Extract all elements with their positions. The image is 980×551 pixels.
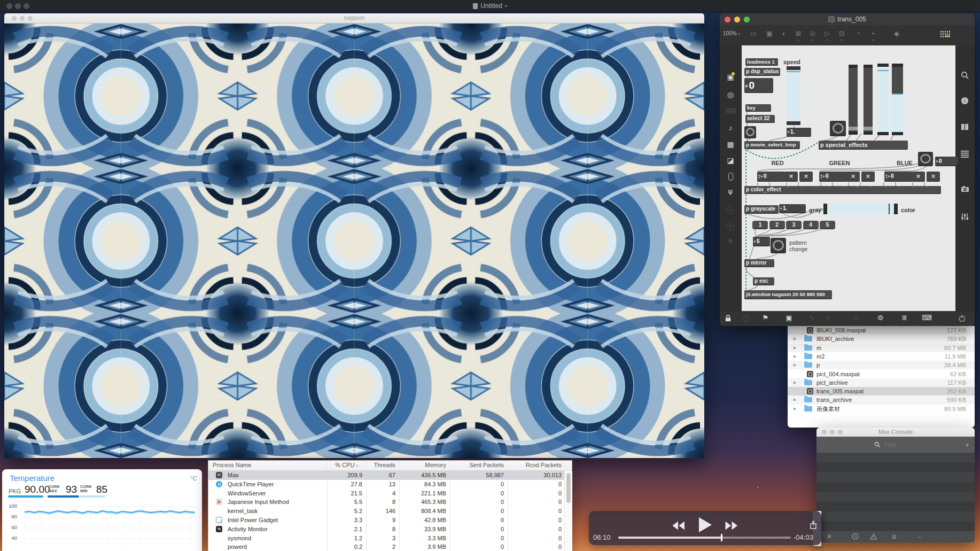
filters-icon[interactable] <box>961 213 969 223</box>
play-button[interactable] <box>699 517 712 534</box>
table-row[interactable]: Intel Power Gadget3.3942.8 MB00 <box>208 516 564 525</box>
table-row[interactable]: WindowServer21.54221.1 MB00 <box>208 489 564 498</box>
audio-icon[interactable]: ♪ <box>725 124 736 131</box>
table-row[interactable]: ∿Activity Monitor2.1833.9 MB00 <box>208 525 564 534</box>
info-icon[interactable]: i <box>961 97 969 107</box>
attachment-icon[interactable] <box>725 173 736 182</box>
warning-icon[interactable] <box>869 531 878 542</box>
column-header[interactable]: Process Name <box>213 461 251 470</box>
list-item[interactable]: ▶IBUKI_archive769 KB <box>788 335 975 343</box>
untitled-window-titlebar[interactable]: Untitled ▾ <box>0 0 980 12</box>
disclosure-triangle-icon[interactable]: ▶ <box>794 352 796 361</box>
toggle-icon[interactable]: ⊠ <box>793 30 804 37</box>
filter-input[interactable] <box>883 441 917 448</box>
dial-icon[interactable]: ◔ <box>853 30 864 37</box>
keyboard-icon[interactable]: ⌨ <box>921 314 932 322</box>
presentation-icon[interactable]: ⚑ <box>760 314 771 322</box>
button-icon[interactable]: ⊙ <box>807 30 818 37</box>
zoom-level-dropdown[interactable]: 100% ▾ <box>723 30 740 36</box>
inspector-icon[interactable] <box>961 123 969 133</box>
comment-icon[interactable]: ◗ <box>779 30 789 37</box>
select-icon[interactable]: ▢ <box>741 314 751 322</box>
tools-icon[interactable]: ⚙ <box>875 314 885 322</box>
wallpaper-star <box>575 496 575 496</box>
fast-forward-button[interactable] <box>725 521 738 532</box>
disclosure-triangle-icon[interactable]: ▶ <box>794 378 796 387</box>
playhead-handle[interactable] <box>721 534 722 541</box>
table-row[interactable]: powerd0.223.9 MB00 <box>208 542 564 551</box>
v-circle-icon[interactable]: v <box>725 205 736 214</box>
patcher-toolbar: 100% ▾ ▭▣◗⊠▾⊙▾▷▾⊟▾◔+▾◆ <box>720 25 975 45</box>
column-header[interactable]: Threads <box>353 461 395 470</box>
link-icon[interactable]: ∞ <box>851 314 861 322</box>
process-name: sysmond <box>228 534 251 543</box>
patcher-canvas[interactable] <box>742 45 955 311</box>
scrollbar-track[interactable] <box>564 471 572 551</box>
table-row[interactable]: kernel_task5.2146808.4 MB00 <box>208 507 564 516</box>
list-item[interactable]: ▶trans_archive590 KB <box>788 395 975 404</box>
list-item[interactable]: pict_004.maxpat62 KB <box>788 370 975 378</box>
playbar-icon[interactable]: ▷ <box>822 30 833 37</box>
image-icon[interactable]: ◪ <box>725 157 736 164</box>
column-header[interactable]: Sent Packets <box>450 461 504 470</box>
list-item[interactable]: ▶pict_archive117 KB <box>788 378 975 387</box>
power-icon[interactable] <box>956 314 967 324</box>
disclosure-triangle-icon[interactable]: ▶ <box>794 395 796 404</box>
console-titlebar[interactable]: Max Console <box>816 428 975 437</box>
lock-icon[interactable] <box>722 314 733 324</box>
column-header-sorted[interactable]: % CPU ▾ <box>309 461 358 470</box>
windows-icon[interactable]: ▣ <box>783 314 794 322</box>
slider-icon[interactable]: ⊟ <box>836 30 847 37</box>
paint-icon[interactable]: ◆ <box>891 30 902 37</box>
scrollbar-thumb[interactable] <box>566 473 571 503</box>
clear-icon[interactable]: × <box>825 531 834 542</box>
table-row[interactable]: QQuickTime Player27.81384.3 MB00 <box>208 480 564 489</box>
add-object-icon[interactable]: + <box>868 30 878 37</box>
list-item[interactable]: ▶m60.7 MB <box>788 344 975 352</box>
disclosure-triangle-icon[interactable]: ▶ <box>794 361 796 369</box>
table-row[interactable]: あJapanese Input Method5.58465.3 MB00 <box>208 498 564 507</box>
video-icon[interactable]: ▦ <box>725 141 736 148</box>
list-item[interactable]: ▶m211.9 MB <box>788 352 975 361</box>
disclosure-triangle-icon[interactable]: ▶ <box>794 335 796 343</box>
maxpat-file-icon <box>807 371 813 377</box>
mixer-icon[interactable]: III <box>899 314 909 322</box>
keyboard-dim-icon[interactable]: ⌨ <box>725 107 736 114</box>
list-item[interactable]: ▶p28.4 MB <box>788 361 975 369</box>
search-icon[interactable] <box>961 71 969 82</box>
title-chevron-icon[interactable]: ▾ <box>505 4 507 9</box>
back-icon[interactable]: ← <box>915 531 924 542</box>
camera-icon[interactable] <box>961 185 969 195</box>
rewind-button[interactable] <box>672 521 685 532</box>
table-row[interactable]: ≈Max209.967436.5 MB58,98730,013 <box>208 471 564 480</box>
b-circle-icon[interactable]: b <box>725 221 736 230</box>
max-titlebar[interactable]: trans_005 <box>720 13 975 25</box>
file-name: m <box>816 344 821 352</box>
console-log-area[interactable] <box>816 453 975 531</box>
list-item[interactable]: ▶画像素材80.9 MB <box>788 405 975 413</box>
list-item[interactable]: trans_005.maxpat262 KB <box>788 387 975 395</box>
target-icon[interactable]: ◎ <box>725 91 736 98</box>
disclosure-triangle-icon[interactable]: ▶ <box>794 344 796 352</box>
table-row[interactable]: sysmond1.233.3 MB00 <box>208 534 564 543</box>
list-item[interactable]: IBUKI_008.maxpat177 KB <box>788 326 975 335</box>
column-header[interactable]: Rcvd Packets <box>508 461 562 470</box>
share-icon[interactable] <box>809 520 818 532</box>
plug-icon[interactable]: ⋔ <box>725 189 736 196</box>
patchcords-icon[interactable]: ∿ <box>806 314 817 322</box>
object-box-icon[interactable]: ▣ <box>764 30 775 37</box>
nagasm-titlebar[interactable]: nagasm <box>4 13 704 24</box>
column-header[interactable]: Memory <box>393 461 446 470</box>
grid-icon[interactable]: # <box>822 314 833 322</box>
console-list-icon[interactable] <box>961 150 969 160</box>
rows-icon[interactable]: ≣ <box>889 531 899 542</box>
clock-icon[interactable] <box>850 531 860 542</box>
packages-icon[interactable]: ▣ <box>725 73 736 81</box>
object-palette-icon[interactable] <box>940 30 950 38</box>
folder-icon <box>804 345 812 351</box>
rect-tool-icon[interactable]: ▭ <box>748 30 759 37</box>
disclosure-triangle-icon[interactable]: ▶ <box>794 405 796 413</box>
add-filter-icon[interactable]: + <box>965 441 969 449</box>
star-icon[interactable]: ★ <box>725 237 736 244</box>
scrubber-track[interactable] <box>618 537 791 539</box>
